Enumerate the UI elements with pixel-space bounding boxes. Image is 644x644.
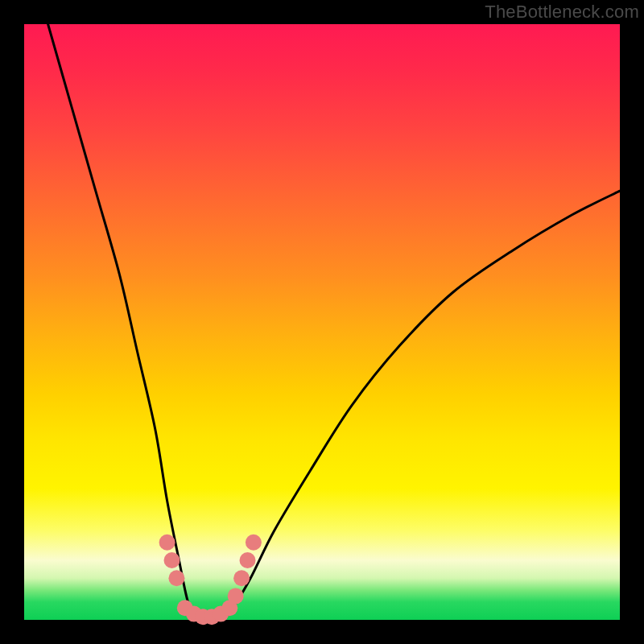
bottleneck-curve-path: [48, 24, 620, 621]
trough-dot: [246, 535, 262, 551]
curve-svg: [24, 24, 620, 620]
watermark-text: TheBottleneck.com: [485, 2, 639, 23]
plot-area: [24, 24, 620, 620]
trough-dot: [164, 552, 180, 568]
trough-dot: [168, 570, 184, 586]
outer-frame: TheBottleneck.com: [0, 0, 644, 644]
trough-dot: [159, 535, 175, 551]
trough-dot: [233, 570, 250, 586]
trough-dot: [228, 588, 244, 604]
trough-dot-group: [159, 535, 262, 625]
trough-dot: [240, 552, 256, 568]
